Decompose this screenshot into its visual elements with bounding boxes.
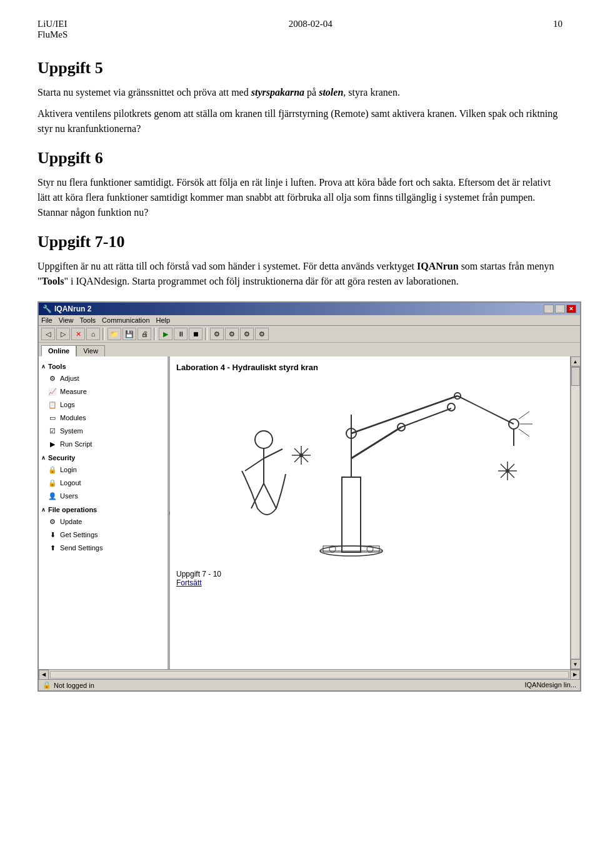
- vertical-scrollbar: ▲ ▼: [570, 356, 580, 669]
- sidebar-logout-label: Logout: [60, 479, 81, 487]
- toolbar-separator-3: [205, 328, 208, 340]
- svg-point-0: [255, 431, 272, 448]
- menu-view[interactable]: View: [59, 316, 74, 324]
- h-scroll-track[interactable]: [50, 671, 569, 679]
- sidebar-section-tools[interactable]: ∧ Tools: [41, 363, 167, 370]
- svg-line-2: [245, 458, 264, 471]
- sidebar-system-label: System: [60, 427, 83, 435]
- paragraph-uppgift5-1: Starta nu systemet via gränssnittet och …: [38, 85, 562, 100]
- sidebar-item-getsettings[interactable]: ⬇ Get Settings: [41, 528, 167, 541]
- menu-communication[interactable]: Communication: [102, 316, 149, 324]
- sidebar-item-update[interactable]: ⚙ Update: [41, 515, 167, 528]
- tab-view[interactable]: View: [76, 345, 105, 356]
- sidebar-measure-label: Measure: [60, 388, 87, 395]
- scroll-left-button[interactable]: ◀: [39, 670, 49, 680]
- svg-line-16: [401, 408, 451, 427]
- menu-help[interactable]: Help: [156, 316, 171, 324]
- toolbar: ◁ ▷ ✕ ⌂ 📁 💾 🖨 ▶ ⏸ ⏹ ⚙ ⚙ ⚙ ⚙: [39, 326, 580, 343]
- header-page: 10: [553, 19, 562, 29]
- heading-uppgift6: Uppgift 6: [38, 149, 562, 168]
- window-title: IQANrun 2: [54, 305, 91, 313]
- horizontal-scrollbar: ◀ ▶: [39, 669, 580, 679]
- svg-point-19: [448, 403, 455, 411]
- tools-section-label: Tools: [48, 363, 66, 370]
- heading-uppgift710: Uppgift 7-10: [38, 233, 562, 251]
- close-button[interactable]: ✕: [566, 305, 576, 313]
- scroll-up-button[interactable]: ▲: [571, 356, 581, 366]
- sidebar-item-measure[interactable]: 📈 Measure: [41, 385, 167, 398]
- toolbar-separator-2: [154, 328, 156, 340]
- pause-button[interactable]: ⏸: [174, 328, 188, 340]
- tool1-button[interactable]: ⚙: [210, 328, 224, 340]
- sidebar-item-runscript[interactable]: ▶ Run Script: [41, 438, 167, 450]
- save-button[interactable]: 💾: [122, 328, 136, 340]
- tool3-button[interactable]: ⚙: [240, 328, 254, 340]
- footer-link[interactable]: Fortsätt: [176, 578, 202, 587]
- print-button[interactable]: 🖨: [138, 328, 151, 340]
- main-area: ∧ Tools ⚙ Adjust 📈 Measure 📋 Logs ▭ Modu…: [39, 356, 580, 669]
- sidebar-sendsettings-label: Send Settings: [60, 544, 103, 552]
- tool4-button[interactable]: ⚙: [255, 328, 269, 340]
- scroll-thumb[interactable]: [571, 367, 580, 386]
- adjust-icon: ⚙: [48, 373, 58, 383]
- tab-online[interactable]: Online: [41, 345, 76, 356]
- svg-rect-11: [342, 477, 361, 552]
- logout-icon: 🔒: [48, 478, 58, 488]
- scroll-track[interactable]: [571, 366, 580, 659]
- svg-line-14: [458, 396, 514, 424]
- scroll-right-button[interactable]: ▶: [570, 670, 580, 680]
- stop-button[interactable]: ✕: [71, 328, 85, 340]
- tabs-row: Online View: [39, 343, 580, 356]
- sidebar-section-security[interactable]: ∧ Security: [41, 454, 167, 462]
- sidebar-section-fileops[interactable]: ∧ File operations: [41, 506, 167, 513]
- home-button[interactable]: ⌂: [86, 328, 100, 340]
- sidebar-item-adjust[interactable]: ⚙ Adjust: [41, 372, 167, 385]
- svg-line-25: [519, 429, 529, 437]
- open-button[interactable]: 📁: [108, 328, 121, 340]
- sidebar-item-login[interactable]: 🔒 Login: [41, 463, 167, 476]
- tool2-button[interactable]: ⚙: [225, 328, 239, 340]
- maximize-button[interactable]: □: [555, 305, 565, 313]
- update-icon: ⚙: [48, 517, 58, 527]
- measure-icon: 📈: [48, 386, 58, 396]
- titlebar-buttons: _ □ ✕: [544, 305, 576, 313]
- sidebar-item-modules[interactable]: ▭ Modules: [41, 411, 167, 424]
- window-titlebar: 🔧 IQANrun 2 _ □ ✕: [39, 303, 580, 315]
- status-right: IQANdesign lin...: [524, 681, 576, 689]
- svg-point-30: [506, 469, 509, 473]
- svg-line-5: [264, 483, 276, 508]
- sidebar-adjust-label: Adjust: [60, 375, 79, 382]
- status-text: Not logged in: [54, 682, 94, 689]
- content-footer: Uppgift 7 - 10 Fortsätt: [176, 570, 564, 587]
- paragraph-uppgift5-2: Aktivera ventilens pilotkrets genom att …: [38, 106, 562, 136]
- menu-file[interactable]: File: [41, 316, 52, 324]
- crane-illustration: [176, 377, 564, 565]
- play-button[interactable]: ▶: [159, 328, 172, 340]
- sidebar-update-label: Update: [60, 518, 82, 525]
- back-button[interactable]: ◁: [41, 328, 55, 340]
- sidebar-logs-label: Logs: [60, 401, 75, 408]
- logs-icon: 📋: [48, 400, 58, 410]
- header-date: 2008-02-04: [289, 19, 332, 29]
- toolbar-separator-1: [102, 328, 105, 340]
- sidebar-item-logout[interactable]: 🔒 Logout: [41, 477, 167, 489]
- scroll-down-button[interactable]: ▼: [571, 659, 581, 669]
- stop2-button[interactable]: ⏹: [189, 328, 202, 340]
- fileops-section-label: File operations: [48, 506, 97, 513]
- sidebar-item-sendsettings[interactable]: ⬆ Send Settings: [41, 542, 167, 554]
- svg-line-23: [519, 411, 529, 419]
- page-header: LiU/IEI FluMeS 2008-02-04 10: [38, 19, 562, 40]
- sendsettings-icon: ⬆: [48, 543, 58, 553]
- sidebar: ∧ Tools ⚙ Adjust 📈 Measure 📋 Logs ▭ Modu…: [39, 356, 170, 669]
- sidebar-item-logs[interactable]: 📋 Logs: [41, 398, 167, 411]
- status-left: 🔒 Not logged in: [42, 681, 94, 689]
- forward-button[interactable]: ▷: [56, 328, 70, 340]
- system-icon: ☑: [48, 426, 58, 436]
- sidebar-item-users[interactable]: 👤 Users: [41, 490, 167, 502]
- runscript-icon: ▶: [48, 439, 58, 449]
- minimize-button[interactable]: _: [544, 305, 554, 313]
- crane-svg: [189, 383, 551, 558]
- menu-tools[interactable]: Tools: [79, 316, 96, 324]
- sidebar-item-system[interactable]: ☑ System: [41, 425, 167, 437]
- iqanrun-window: 🔧 IQANrun 2 _ □ ✕ File View Tools Commun…: [38, 301, 581, 692]
